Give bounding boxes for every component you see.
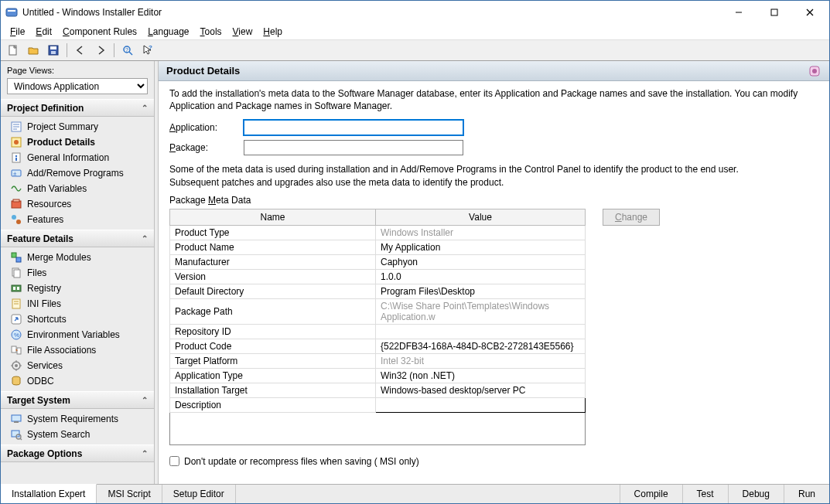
menu-help[interactable]: Help [258,26,287,38]
meta-name[interactable]: Default Directory [170,284,376,298]
meta-table[interactable]: Name Value Product TypeWindows Installer… [169,209,586,445]
table-row[interactable]: Product NameMy Application [170,240,586,254]
meta-value[interactable]: Intel 32-bit [376,353,586,368]
tab-installation-expert[interactable]: Installation Expert [1,484,97,503]
table-row[interactable]: Default DirectoryProgram Files\Desktop [170,284,586,298]
meta-value[interactable]: 1.0.0 [376,269,586,284]
meta-value[interactable]: My Application [376,240,586,254]
sidebar-item-file-assoc[interactable]: File Associations [1,342,154,358]
meta-name[interactable]: Product Code [170,339,376,353]
sidebar-item-general-information[interactable]: General Information [1,150,154,165]
menu-tools[interactable]: Tools [196,26,227,38]
package-label: Package: [169,142,244,153]
package-input[interactable] [244,140,463,155]
sidebar-item-path-variables[interactable]: Path Variables [1,181,154,196]
sidebar-item-env-vars[interactable]: %Environment Variables [1,327,154,342]
section-feature-details[interactable]: Feature Details ⌃ [1,230,154,247]
sidebar-item-registry[interactable]: Registry [1,281,154,296]
meta-value[interactable]: C:\Wise Share Point\Templates\Windows Ap… [376,298,586,324]
meta-value[interactable]: Caphyon [376,254,586,269]
change-button[interactable]: Change [603,209,660,226]
meta-value[interactable]: Windows Installer [376,225,586,240]
dont-update-checkbox[interactable] [169,456,179,466]
table-row[interactable]: Product TypeWindows Installer [170,225,586,240]
meta-name[interactable]: Target Platform [170,353,376,368]
tab-setup-editor[interactable]: Setup Editor [162,485,236,503]
meta-name[interactable]: Application Type [170,368,376,383]
sidebar-item-resources[interactable]: Resources [1,196,154,212]
maximize-button[interactable] [757,2,792,23]
application-input[interactable] [244,120,463,135]
col-name[interactable]: Name [170,209,376,225]
menu-edit[interactable]: Edit [31,26,56,38]
sidebar-item-sys-req[interactable]: System Requirements [1,411,154,427]
tab-run[interactable]: Run [784,485,829,503]
sidebar-item-ini-files[interactable]: INI Files [1,296,154,312]
close-button[interactable] [792,2,828,23]
sidebar-item-services[interactable]: Services [1,358,154,373]
meta-name[interactable]: Version [170,269,376,284]
section-target-system[interactable]: Target System ⌃ [1,391,154,409]
meta-name[interactable]: Description [170,397,376,412]
help-pointer-button[interactable]: ? [138,42,157,59]
meta-name[interactable]: Repository ID [170,324,376,339]
table-row[interactable]: Product Code{522DFB34-168A-484D-8CB2-272… [170,339,586,353]
table-row[interactable]: Installation TargetWindows-based desktop… [170,383,586,397]
meta-name[interactable]: Manufacturer [170,254,376,269]
sidebar-item-shortcuts[interactable]: Shortcuts [1,312,154,327]
meta-value[interactable]: Program Files\Desktop [376,284,586,298]
open-button[interactable] [24,42,43,59]
save-button[interactable] [44,42,63,59]
table-row[interactable]: Target PlatformIntel 32-bit [170,353,586,368]
application-label: Application: [169,122,244,133]
col-value[interactable]: Value [376,209,586,225]
section-package-options[interactable]: Package Options ⌃ [1,444,154,462]
svg-rect-35 [17,287,19,290]
sidebar-item-merge-modules[interactable]: Merge Modules [1,250,154,265]
tab-debug[interactable]: Debug [728,485,784,503]
svg-rect-30 [16,257,21,262]
section-project-definition[interactable]: Project Definition ⌃ [1,99,154,117]
back-button[interactable] [71,42,90,59]
sidebar-item-odbc[interactable]: ODBC [1,373,154,389]
table-row[interactable]: ManufacturerCaphyon [170,254,586,269]
meta-value[interactable] [376,397,586,412]
help-search-button[interactable]: ? [118,42,137,59]
sidebar-item-add-remove[interactable]: ±Add/Remove Programs [1,165,154,181]
menu-view[interactable]: View [228,26,258,38]
menu-component-rules[interactable]: Component Rules [58,26,142,38]
sidebar-item-project-summary[interactable]: Project Summary [1,119,154,135]
meta-name[interactable]: Product Type [170,225,376,240]
new-button[interactable] [4,42,22,59]
table-row[interactable]: Repository ID [170,324,586,339]
sidebar-item-files[interactable]: Files [1,265,154,281]
meta-name[interactable]: Package Path [170,298,376,324]
meta-value[interactable]: {522DFB34-168A-484D-8CB2-2728143E5566} [376,339,586,353]
meta-name[interactable]: Product Name [170,240,376,254]
meta-value[interactable]: Windows-based desktop/server PC [376,383,586,397]
svg-point-19 [14,140,19,145]
table-row[interactable]: Description [170,397,586,412]
page-views-select[interactable]: Windows Application [7,78,148,94]
sidebar-item-sys-search[interactable]: System Search [1,427,154,442]
table-row[interactable]: Version1.0.0 [170,269,586,284]
meta-value[interactable] [376,324,586,339]
resources-icon [10,198,22,210]
tab-test[interactable]: Test [682,485,728,503]
features-icon [10,213,22,226]
tab-compile[interactable]: Compile [620,485,682,503]
menu-file[interactable]: File [5,26,29,38]
svg-point-21 [15,155,17,157]
table-row[interactable]: Application TypeWin32 (non .NET) [170,368,586,383]
sidebar-item-product-details[interactable]: Product Details [1,135,154,150]
sidebar-item-features[interactable]: Features [1,212,154,227]
svg-rect-54 [12,431,19,437]
meta-value[interactable]: Win32 (non .NET) [376,368,586,383]
menu-language[interactable]: Language [143,26,193,38]
forward-button[interactable] [91,42,110,59]
meta-name[interactable]: Installation Target [170,383,376,397]
app-window: Untitled - Windows Installer Editor File… [0,0,830,504]
table-row[interactable]: Package PathC:\Wise Share Point\Template… [170,298,586,324]
minimize-button[interactable] [721,2,757,23]
tab-msi-script[interactable]: MSI Script [97,485,162,503]
